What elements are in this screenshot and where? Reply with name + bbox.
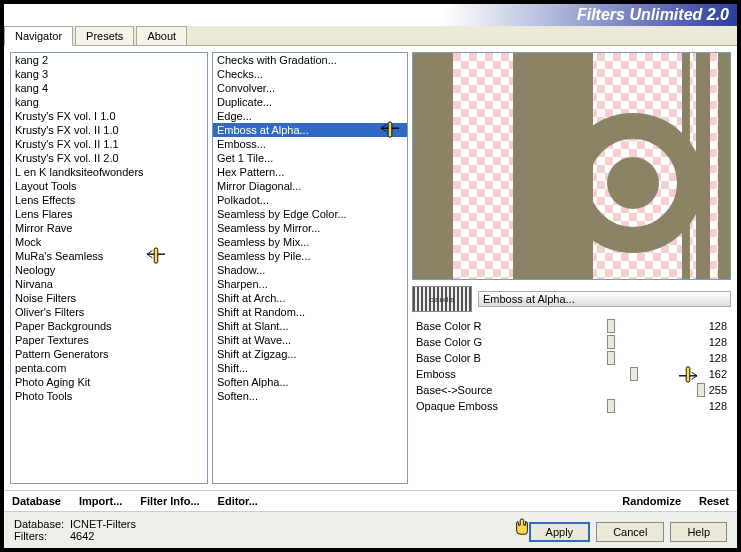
filter-item[interactable]: Emboss at Alpha... [213,123,407,137]
filter-item[interactable]: Shift at Slant... [213,319,407,333]
category-item[interactable]: Pattern Generators [11,347,207,361]
category-item[interactable]: kang 4 [11,81,207,95]
database-info: Database:ICNET-Filters Filters:4642 [14,518,523,542]
filter-item[interactable]: Seamless by Mirror... [213,221,407,235]
param-label: Base Color B [416,352,516,364]
selected-filter-row: claudia Emboss at Alpha... [412,284,731,314]
param-row: Opaque Emboss128 [412,398,731,414]
filter-item[interactable]: Sharpen... [213,277,407,291]
param-value: 128 [697,320,727,332]
filters-count: 4642 [70,530,94,542]
param-label: Base<->Source [416,384,516,396]
category-item[interactable]: kang 2 [11,53,207,67]
category-item[interactable]: Krusty's FX vol. II 2.0 [11,151,207,165]
category-item[interactable]: Krusty's FX vol. II 1.1 [11,137,207,151]
category-item[interactable]: Photo Aging Kit [11,375,207,389]
filters-label: Filters: [14,530,70,542]
toolbar-row: Database Import... Filter Info... Editor… [4,490,737,511]
help-button[interactable]: Help [670,522,727,542]
filter-item[interactable]: Hex Pattern... [213,165,407,179]
filter-item[interactable]: Seamless by Pile... [213,249,407,263]
apply-button[interactable]: Apply [529,522,591,542]
category-item[interactable]: Paper Textures [11,333,207,347]
category-item[interactable]: Krusty's FX vol. I 1.0 [11,109,207,123]
category-item[interactable]: L en K landksiteofwonders [11,165,207,179]
filter-item[interactable]: Shift at Zigzag... [213,347,407,361]
category-item[interactable]: kang [11,95,207,109]
param-row: Base Color G128 [412,334,731,350]
category-item[interactable]: Mirror Rave [11,221,207,235]
selected-filter-name: Emboss at Alpha... [478,291,731,307]
filter-item[interactable]: Soften Alpha... [213,375,407,389]
category-item[interactable]: Nirvana [11,277,207,291]
filter-item[interactable]: Emboss... [213,137,407,151]
param-value: 128 [697,352,727,364]
category-item[interactable]: Layout Tools [11,179,207,193]
filter-item[interactable]: Seamless by Mix... [213,235,407,249]
parameter-list: Base Color R128Base Color G128Base Color… [412,318,731,484]
category-item[interactable]: Lens Flares [11,207,207,221]
tab-about[interactable]: About [136,26,187,45]
filter-info-button[interactable]: Filter Info... [140,495,199,507]
import-button[interactable]: Import... [79,495,122,507]
category-item[interactable]: Photo Tools [11,389,207,403]
filter-item[interactable]: Shift at Wave... [213,333,407,347]
param-slider[interactable] [516,399,697,413]
cancel-button[interactable]: Cancel [596,522,664,542]
param-label: Base Color G [416,336,516,348]
category-item[interactable]: kang 3 [11,67,207,81]
category-item[interactable]: Oliver's Filters [11,305,207,319]
param-value: 162 [697,368,727,380]
filter-item[interactable]: Soften... [213,389,407,403]
param-slider[interactable] [516,335,697,349]
filter-item[interactable]: Polkadot... [213,193,407,207]
category-item[interactable]: Mock [11,235,207,249]
filter-item[interactable]: Seamless by Edge Color... [213,207,407,221]
filter-item[interactable]: Shift... [213,361,407,375]
tab-navigator[interactable]: Navigator [4,26,73,46]
category-item[interactable]: Paper Backgrounds [11,319,207,333]
param-row: Base Color R128 [412,318,731,334]
filter-item[interactable]: Checks... [213,67,407,81]
category-item[interactable]: penta.com [11,361,207,375]
app-title: Filters Unlimited 2.0 [577,6,729,24]
param-row: Base Color B128 [412,350,731,366]
category-item[interactable]: Neology [11,263,207,277]
filter-item[interactable]: Duplicate... [213,95,407,109]
tab-presets[interactable]: Presets [75,26,134,45]
database-value: ICNET-Filters [70,518,136,530]
category-item[interactable]: Lens Effects [11,193,207,207]
filter-item[interactable]: Shift at Random... [213,305,407,319]
filter-item[interactable]: Get 1 Tile... [213,151,407,165]
param-slider[interactable] [516,319,697,333]
param-slider[interactable] [516,367,697,381]
reset-button[interactable]: Reset [699,495,729,507]
randomize-button[interactable]: Randomize [622,495,681,507]
param-slider[interactable] [516,351,697,365]
filter-item[interactable]: Shadow... [213,263,407,277]
author-logo: claudia [412,286,472,312]
category-item[interactable]: MuRa's Seamless [11,249,207,263]
param-label: Opaque Emboss [416,400,516,412]
tab-bar: Navigator Presets About [4,26,737,46]
titlebar: Filters Unlimited 2.0 [4,4,737,26]
filter-item[interactable]: Convolver... [213,81,407,95]
param-value: 128 [697,336,727,348]
param-slider[interactable] [516,383,697,397]
filter-item[interactable]: Shift at Arch... [213,291,407,305]
category-list[interactable]: kang 2kang 3kang 4kangKrusty's FX vol. I… [10,52,208,484]
status-bar: Database:ICNET-Filters Filters:4642 Appl… [4,511,737,548]
filter-item[interactable]: Checks with Gradation... [213,53,407,67]
param-label: Base Color R [416,320,516,332]
filter-list[interactable]: Checks with Gradation...Checks...Convolv… [212,52,408,484]
param-row: Base<->Source255 [412,382,731,398]
filter-item[interactable]: Edge... [213,109,407,123]
filter-item[interactable]: Mirror Diagonal... [213,179,407,193]
category-item[interactable]: Noise Filters [11,291,207,305]
navigator-content: kang 2kang 3kang 4kangKrusty's FX vol. I… [4,46,737,490]
editor-button[interactable]: Editor... [218,495,258,507]
filters-unlimited-window: Filters Unlimited 2.0 Navigator Presets … [2,2,739,550]
database-button[interactable]: Database [12,495,61,507]
param-label: Emboss [416,368,516,380]
category-item[interactable]: Krusty's FX vol. II 1.0 [11,123,207,137]
